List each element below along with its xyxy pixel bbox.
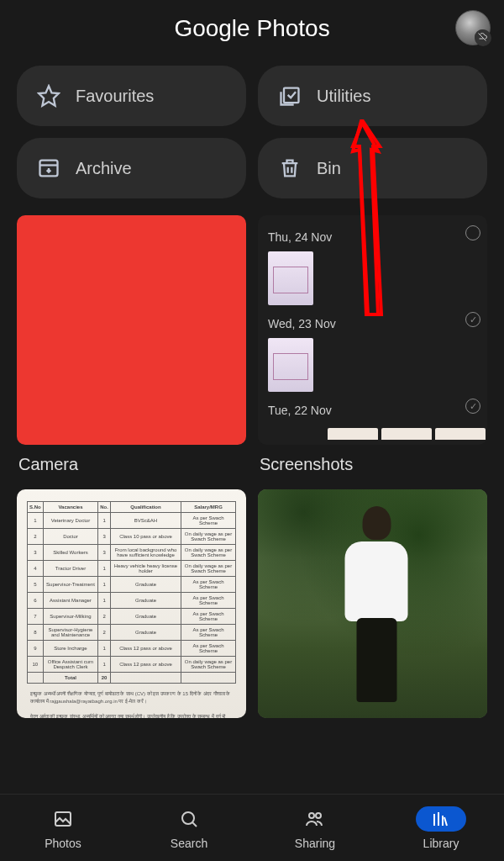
document-table: S.NoVacanciesNo.QualificationSalary/MRG …: [27, 501, 236, 684]
screenshot-thumb: [328, 428, 378, 440]
select-check-icon: [465, 399, 480, 414]
camera-label: Camera: [17, 455, 246, 474]
bottom-nav: Photos Search Sharing Library: [0, 794, 504, 861]
photo-row: S.NoVacanciesNo.QualificationSalary/MRG …: [0, 489, 504, 718]
quick-actions: Favourites Utilities Archive Bin: [0, 66, 504, 198]
nav-library[interactable]: Library: [378, 795, 504, 861]
camera-preview: [17, 215, 246, 445]
photo-document[interactable]: S.NoVacanciesNo.QualificationSalary/MRG …: [17, 489, 246, 718]
screenshot-date: Thu, 24 Nov: [268, 230, 332, 244]
avatar[interactable]: [455, 10, 491, 45]
screenshot-row: Wed, 23 Nov: [258, 309, 487, 338]
archive-label: Archive: [76, 159, 132, 178]
screenshot-row: [258, 425, 487, 438]
document-footnote: इच्छुक अभ्यर्थी अपनी शैक्षणिक योग्यता, प…: [27, 690, 236, 718]
nav-search[interactable]: Search: [126, 795, 252, 861]
screenshots-preview: Thu, 24 Nov Wed, 23 Nov Tue, 22 Nov: [258, 215, 487, 445]
bin-button[interactable]: Bin: [258, 138, 487, 198]
screenshot-thumb: [268, 251, 313, 305]
screenshot-row: [258, 251, 487, 309]
nav-photos[interactable]: Photos: [0, 795, 126, 861]
nav-search-label: Search: [171, 837, 207, 850]
select-radio: [465, 225, 480, 240]
archive-icon: [37, 156, 60, 180]
screenshot-thumb: [268, 338, 313, 392]
screenshots-label: Screenshots: [258, 455, 487, 474]
archive-button[interactable]: Archive: [17, 138, 246, 198]
nav-photos-label: Photos: [45, 837, 81, 850]
nav-sharing[interactable]: Sharing: [252, 795, 378, 861]
svg-marker-0: [39, 86, 58, 105]
svg-point-5: [309, 813, 314, 818]
bin-label: Bin: [317, 159, 341, 178]
brand-photos: Photos: [256, 15, 329, 41]
select-check-icon: [465, 312, 480, 327]
screenshot-date: Tue, 22 Nov: [268, 404, 332, 417]
svg-point-4: [182, 812, 194, 824]
svg-point-6: [316, 813, 321, 818]
utilities-button[interactable]: Utilities: [258, 66, 487, 126]
favourites-label: Favourites: [76, 87, 154, 106]
svg-rect-1: [284, 88, 299, 103]
trash-icon: [278, 156, 302, 180]
page-title: Google Photos: [174, 15, 329, 42]
screenshot-row: Thu, 24 Nov: [258, 222, 487, 251]
screenshot-row: [258, 338, 487, 395]
utilities-label: Utilities: [317, 87, 370, 106]
screenshot-thumb: [435, 428, 486, 440]
person-figure: [339, 506, 414, 700]
nav-library-label: Library: [423, 837, 459, 850]
app-header: Google Photos: [0, 0, 504, 66]
search-icon: [179, 809, 199, 829]
favourites-button[interactable]: Favourites: [17, 66, 246, 126]
album-camera[interactable]: Camera: [17, 215, 246, 474]
photo-icon: [53, 809, 73, 829]
cloud-off-icon: [475, 29, 490, 45]
albums-row: Camera Thu, 24 Nov Wed, 23 Nov Tue, 22 N…: [0, 215, 504, 474]
check-square-icon: [278, 84, 302, 108]
people-icon: [305, 809, 325, 829]
library-icon: [431, 809, 451, 829]
screenshot-thumb: [381, 428, 432, 440]
screenshot-date: Wed, 23 Nov: [268, 317, 336, 330]
star-icon: [37, 84, 60, 108]
screenshot-row: Tue, 22 Nov: [258, 395, 487, 425]
photo-person[interactable]: [258, 489, 487, 718]
brand-google: Google: [174, 15, 249, 41]
album-screenshots[interactable]: Thu, 24 Nov Wed, 23 Nov Tue, 22 Nov: [258, 215, 487, 474]
nav-sharing-label: Sharing: [295, 837, 335, 850]
